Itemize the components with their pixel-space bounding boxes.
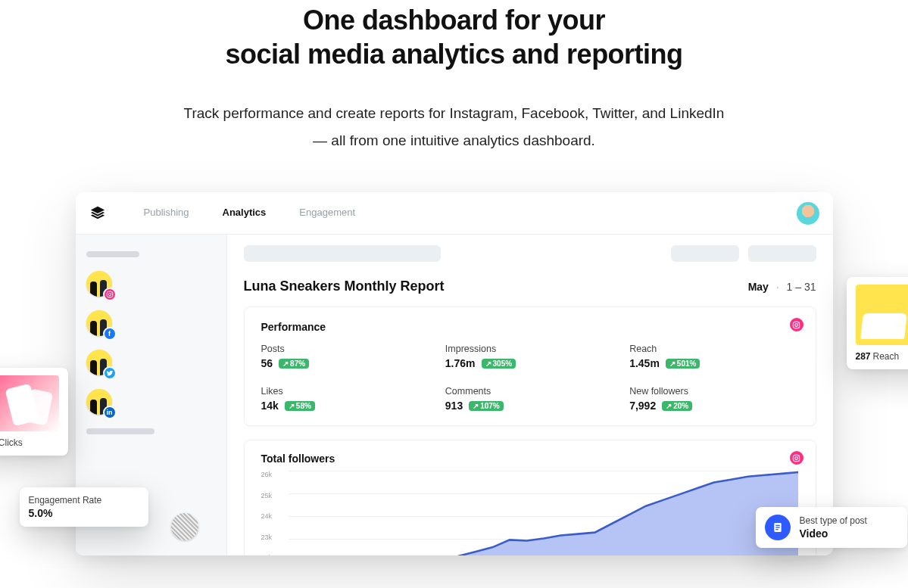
report-range: 1 – 31 — [787, 281, 816, 293]
y-tick: 23k — [261, 534, 286, 541]
report-date: May · 1 – 31 — [748, 281, 816, 293]
hero-title: One dashboard for your social media anal… — [0, 3, 908, 71]
metric-cell: Posts56↗87% — [261, 344, 430, 369]
metric-cell: New followers7,992↗20% — [629, 386, 798, 412]
reach-label: Reach — [873, 351, 900, 362]
metric-delta-badge: ↗87% — [279, 359, 309, 369]
svg-rect-0 — [107, 291, 113, 297]
y-tick: 24k — [261, 512, 286, 520]
facebook-icon: f — [103, 327, 117, 341]
reach-value: 287 — [856, 351, 871, 362]
dashboard-window: Publishing Analytics Engagement f — [76, 192, 833, 555]
engagement-label: Engagement Rate — [29, 495, 139, 506]
metric-delta-badge: ↗58% — [285, 401, 315, 411]
svg-rect-12 — [775, 529, 778, 530]
linkedin-icon: in — [103, 406, 117, 419]
sidebar-heading-skeleton — [86, 428, 154, 434]
sidebar-heading-skeleton — [86, 251, 139, 257]
best-post-value: Video — [800, 527, 867, 540]
metric-label: Impressions — [445, 344, 614, 354]
metric-label: Comments — [445, 386, 614, 397]
svg-rect-11 — [775, 527, 779, 528]
tab-publishing[interactable]: Publishing — [127, 192, 206, 234]
hero-title-line1: One dashboard for your — [303, 5, 605, 36]
metric-value: 14k — [261, 400, 279, 412]
svg-rect-3 — [793, 322, 799, 328]
metric-delta-badge: ↗305% — [482, 359, 516, 369]
metric-cell: Likes14k↗58% — [261, 386, 430, 412]
metric-label: Posts — [261, 344, 430, 354]
metric-cell: Comments913↗107% — [445, 386, 614, 412]
sidebar-account-twitter[interactable] — [86, 350, 216, 375]
hero-title-line2: social media analytics and reporting — [225, 39, 682, 70]
engagement-callout-card: Engagement Rate 5.0% — [20, 487, 148, 527]
followers-chart-card: Total followers 26k25k24k23k22k — [244, 440, 816, 555]
hero-subtitle: Track performance and create reports for… — [0, 100, 908, 154]
metric-label: Likes — [261, 386, 430, 397]
metric-value: 913 — [445, 400, 463, 412]
svg-point-4 — [795, 323, 798, 326]
hero-sub-line2: — all from one intuitive analytics dashb… — [313, 132, 595, 148]
nav-tabs: Publishing Analytics Engagement — [127, 192, 373, 234]
buffer-logo-icon — [89, 205, 106, 222]
user-avatar[interactable] — [797, 202, 819, 225]
reach-stat: 287Reach — [856, 351, 909, 362]
svg-point-1 — [108, 294, 111, 296]
metric-value: 1.45m — [629, 357, 660, 369]
document-icon — [765, 515, 791, 540]
metric-delta-badge: ↗107% — [469, 401, 504, 411]
svg-point-7 — [795, 456, 798, 459]
engagement-value: 5.0% — [29, 507, 139, 519]
sidebar-account-instagram[interactable] — [86, 271, 216, 297]
y-axis-ticks: 26k25k24k23k22k — [261, 471, 286, 555]
sidebar-account-linkedin[interactable]: in — [86, 389, 216, 415]
tab-engagement[interactable]: Engagement — [282, 192, 372, 234]
clicks-callout-card: 41Clicks — [0, 368, 68, 456]
metric-delta-badge: ↗20% — [662, 401, 692, 411]
svg-point-8 — [798, 456, 799, 456]
y-tick: 26k — [261, 471, 286, 478]
best-post-label: Best type of post — [800, 515, 867, 526]
metric-delta-badge: ↗501% — [666, 359, 701, 369]
y-tick: 25k — [261, 492, 286, 499]
performance-card: Performance Posts56↗87%Impressions1.76m↗… — [244, 306, 816, 426]
svg-point-2 — [111, 292, 111, 293]
svg-point-5 — [798, 322, 799, 323]
post-thumbnail — [856, 285, 909, 345]
sidebar-account-facebook[interactable]: f — [86, 310, 216, 336]
followers-chart-title: Total followers — [261, 453, 799, 465]
metric-label: New followers — [629, 386, 798, 397]
performance-title: Performance — [261, 321, 799, 333]
metric-label: Reach — [629, 344, 798, 354]
main-content: Luna Sneakers Monthly Report May · 1 – 3… — [227, 235, 833, 555]
reach-callout-card: 287Reach — [847, 277, 909, 369]
tab-analytics[interactable]: Analytics — [206, 192, 283, 234]
metric-cell: Impressions1.76m↗305% — [445, 344, 614, 369]
twitter-icon — [103, 366, 117, 380]
report-month: May — [748, 281, 769, 293]
best-post-callout-card: Best type of post Video — [756, 507, 907, 548]
followers-area-chart — [289, 471, 799, 555]
clicks-stat: 41Clicks — [0, 437, 59, 448]
content-thumbnail — [171, 513, 198, 540]
metric-value: 7,992 — [629, 400, 656, 412]
svg-rect-10 — [775, 525, 779, 526]
metric-value: 56 — [261, 357, 273, 369]
metric-value: 1.76m — [445, 357, 476, 369]
topbar: Publishing Analytics Engagement — [76, 192, 833, 235]
post-thumbnail — [0, 375, 59, 431]
svg-rect-6 — [793, 455, 799, 461]
metric-cell: Reach1.45m↗501% — [629, 344, 798, 369]
y-tick: 22k — [261, 554, 286, 555]
report-title: Luna Sneakers Monthly Report — [244, 278, 445, 294]
instagram-icon — [790, 318, 803, 331]
clicks-label: Clicks — [0, 437, 23, 448]
instagram-icon — [103, 288, 117, 301]
toolbar-skeleton — [244, 245, 816, 262]
hero-sub-line1: Track performance and create reports for… — [184, 105, 725, 121]
instagram-icon — [790, 451, 803, 465]
